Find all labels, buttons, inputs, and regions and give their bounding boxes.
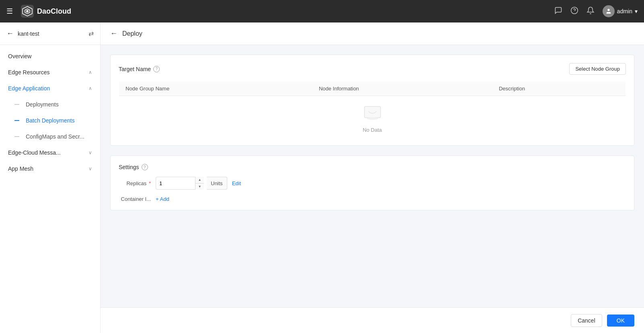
replicas-row: Replicas * ▲ ▼ Units Edit (119, 177, 626, 190)
user-chevron: ▾ (635, 8, 638, 14)
logo: DaoCloud (21, 5, 549, 18)
replicas-decrement-button[interactable]: ▼ (195, 184, 204, 190)
replicas-label: Replicas * (119, 180, 151, 186)
user-menu[interactable]: admin ▾ (603, 5, 638, 17)
batch-deployments-dash (14, 120, 19, 121)
replicas-spinner: ▲ ▼ (195, 177, 204, 190)
sidebar-back-button[interactable]: ← (6, 29, 14, 38)
target-name-section: Target Name ? Select Node Group Node Gro… (110, 55, 634, 146)
col-node-information: Node Information (313, 82, 493, 96)
main-layout: ← kant-test ⇄ Overview Edge Resources ∧ … (0, 22, 644, 333)
no-data-icon (361, 100, 384, 123)
table-body: No Data (119, 96, 626, 137)
ok-button[interactable]: OK (607, 315, 634, 327)
no-data-text: No Data (126, 127, 619, 133)
edit-link[interactable]: Edit (232, 180, 241, 186)
svg-point-1 (26, 10, 29, 12)
settings-help-icon[interactable]: ? (142, 164, 148, 170)
target-name-header-row: Target Name ? Select Node Group (119, 63, 626, 75)
add-container-button[interactable]: + Add (156, 196, 169, 202)
page-back-button[interactable]: ← (110, 29, 117, 38)
cancel-button[interactable]: Cancel (571, 314, 602, 327)
sidebar-item-edge-application[interactable]: Edge Application ∧ (0, 80, 100, 96)
required-star: * (147, 180, 151, 186)
target-name-help-icon[interactable]: ? (153, 66, 160, 72)
help-icon[interactable] (570, 6, 578, 16)
configmaps-dash (14, 136, 19, 137)
bell-icon[interactable] (586, 6, 595, 16)
svg-point-6 (367, 117, 378, 120)
sidebar-item-configmaps-label: ConfigMaps and Secr... (26, 133, 84, 140)
app-mesh-chevron: ∨ (88, 166, 92, 172)
deployments-dash (14, 104, 19, 105)
sidebar-item-app-mesh-label: App Mesh (8, 165, 33, 172)
sidebar-item-edge-application-label: Edge Application (8, 85, 50, 92)
sidebar-item-edge-cloud[interactable]: Edge-Cloud Messa... ∨ (0, 145, 100, 161)
replicas-input-wrapper: ▲ ▼ (156, 177, 204, 190)
svg-point-2 (571, 7, 578, 14)
content-area: ← Deploy Target Name ? Select Node Group… (101, 22, 644, 333)
edge-resources-chevron: ∧ (88, 69, 92, 75)
logo-text: DaoCloud (37, 7, 71, 16)
sidebar-item-app-mesh[interactable]: App Mesh ∨ (0, 161, 100, 177)
sidebar-item-edge-cloud-label: Edge-Cloud Messa... (8, 149, 61, 156)
sidebar-item-batch-deployments-label: Batch Deployments (26, 117, 74, 124)
edge-cloud-chevron: ∨ (88, 150, 92, 155)
target-name-title: Target Name ? (119, 66, 160, 72)
sidebar-header: ← kant-test ⇄ (0, 22, 100, 45)
avatar (603, 5, 615, 17)
menu-icon[interactable]: ☰ (6, 7, 13, 16)
topnav-right: admin ▾ (554, 5, 638, 17)
sidebar-project-name: kant-test (18, 31, 84, 37)
svg-point-4 (607, 9, 609, 11)
sidebar-item-deployments-label: Deployments (26, 101, 59, 108)
sidebar-item-batch-deployments[interactable]: Batch Deployments (0, 112, 100, 129)
target-table: Node Group Name Node Information Descrip… (119, 81, 626, 137)
edge-application-chevron: ∧ (88, 86, 92, 91)
target-name-label: Target Name (119, 66, 151, 72)
sidebar-item-edge-resources[interactable]: Edge Resources ∧ (0, 64, 100, 80)
svg-rect-5 (364, 106, 381, 118)
user-name: admin (617, 8, 632, 14)
top-nav: ☰ DaoCloud (0, 0, 644, 22)
table-row-empty: No Data (119, 96, 626, 137)
logo-icon (21, 5, 34, 18)
table-header: Node Group Name Node Information Descrip… (119, 82, 626, 96)
replicas-increment-button[interactable]: ▲ (195, 177, 204, 184)
select-node-group-button[interactable]: Select Node Group (569, 63, 626, 75)
sidebar-item-overview[interactable]: Overview (0, 48, 100, 64)
sidebar-nav: Overview Edge Resources ∧ Edge Applicati… (0, 45, 100, 180)
chat-icon[interactable] (554, 6, 562, 16)
settings-label: Settings (119, 164, 139, 170)
sidebar-item-configmaps[interactable]: ConfigMaps and Secr... (0, 129, 100, 145)
page-header: ← Deploy (101, 22, 644, 45)
settings-section: Settings ? Replicas * ▲ ▼ (110, 155, 634, 210)
sidebar-item-overview-label: Overview (8, 53, 31, 59)
page-footer: Cancel OK (101, 307, 644, 333)
container-images-label: Container I... (119, 196, 151, 202)
col-node-group-name: Node Group Name (119, 82, 313, 96)
container-images-row: Container I... + Add (119, 196, 626, 202)
sidebar: ← kant-test ⇄ Overview Edge Resources ∧ … (0, 22, 101, 333)
settings-header-row: Settings ? (119, 164, 626, 170)
sidebar-refresh-button[interactable]: ⇄ (88, 30, 94, 37)
sidebar-item-edge-resources-label: Edge Resources (8, 69, 50, 76)
replicas-text: Replicas (126, 180, 146, 186)
page-body: Target Name ? Select Node Group Node Gro… (101, 45, 644, 307)
col-description: Description (492, 82, 625, 96)
page-title: Deploy (122, 30, 142, 37)
units-label: Units (207, 177, 227, 190)
no-data-cell: No Data (119, 96, 626, 137)
sidebar-item-deployments[interactable]: Deployments (0, 96, 100, 112)
settings-title: Settings ? (119, 164, 148, 170)
